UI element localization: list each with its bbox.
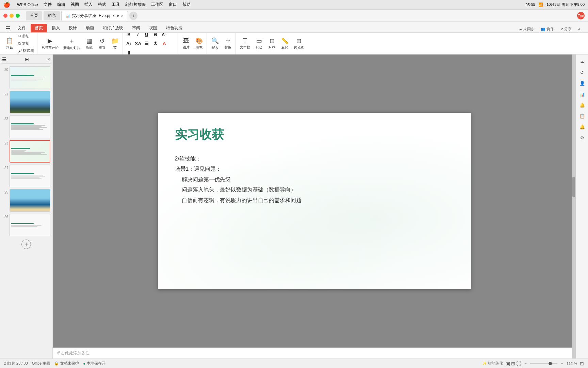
slide-thumb-22[interactable]: 22	[1, 115, 51, 139]
menu-slideshow[interactable]: 幻灯片放映	[125, 2, 146, 7]
section-button[interactable]: 📁 节	[109, 34, 121, 53]
ribbon-slideshow[interactable]: 幻灯片放映	[99, 24, 127, 32]
menu-window[interactable]: 窗口	[169, 2, 177, 7]
menu-format[interactable]: 格式	[98, 2, 106, 7]
ribbon-insert[interactable]: 插入	[48, 24, 64, 32]
slide-panel[interactable]: ☰ ⊞ ✕ 20	[0, 55, 53, 358]
format-brush-button[interactable]: 🖌 格式刷	[16, 47, 36, 54]
scrollbar-thumb[interactable]	[572, 177, 575, 197]
view-mode-buttons[interactable]: ▣ ⊞ ⛶	[506, 361, 521, 366]
bold-button[interactable]: B	[125, 31, 133, 39]
right-panel-btn-5[interactable]: 🔔	[577, 100, 587, 110]
menu-workspace[interactable]: 工作区	[151, 2, 163, 7]
fontsize-up-button[interactable]: A↑	[160, 31, 168, 39]
right-panel-btn-7[interactable]: 🔔	[577, 122, 587, 132]
align-button[interactable]: ⊡ 对齐	[266, 34, 278, 53]
right-panel-btn-1[interactable]: ☁	[577, 57, 587, 66]
slide-img-23[interactable]	[10, 140, 50, 163]
ribbon-animation[interactable]: 动画	[82, 24, 98, 32]
slide-title[interactable]: 实习收获	[175, 126, 224, 143]
slide-thumb-20[interactable]: 20	[1, 66, 51, 90]
view-fullscreen[interactable]: ⛶	[516, 361, 521, 366]
menu-file[interactable]: 文件	[44, 2, 52, 7]
start-present-button[interactable]: ▶ 从当前开始	[39, 34, 61, 53]
new-tab-button[interactable]: +	[129, 12, 137, 20]
ribbon-design[interactable]: 设计	[65, 24, 81, 32]
apple-logo[interactable]: 🍎	[3, 1, 10, 8]
menu-tools[interactable]: 工具	[112, 2, 120, 7]
right-panel-btn-3[interactable]: 👤	[577, 78, 587, 88]
menu-help[interactable]: 帮助	[182, 2, 191, 7]
fontsize-down-button[interactable]: A↓	[125, 40, 133, 48]
right-panel-btn-4[interactable]: 📊	[577, 89, 587, 99]
fullscreen-button[interactable]	[16, 14, 20, 18]
slide-thumb-26[interactable]: 26	[1, 213, 51, 237]
replace-button[interactable]: ↔ 替换	[222, 34, 234, 53]
add-slide-button[interactable]: +	[21, 240, 31, 249]
search-button[interactable]: 🔍 搜索	[209, 34, 221, 53]
selectall-button[interactable]: ⊞ 选择格	[292, 34, 306, 53]
beautify-button[interactable]: ✨ 智能美化	[482, 361, 503, 366]
notes-area[interactable]: 单击此处添加备注	[53, 348, 576, 358]
slide-content[interactable]: 2/软技能： 场景1：遇见问题： 解决问题第一优先级 问题落入笔头，最好以数据为…	[175, 154, 301, 205]
italic-button[interactable]: I	[134, 31, 142, 39]
reset-button[interactable]: ↺ 重置	[96, 34, 108, 53]
slide-img-25[interactable]	[10, 189, 50, 212]
slide-img-22[interactable]	[10, 116, 50, 138]
menu-edit[interactable]: 编辑	[57, 2, 65, 7]
tab-close-button[interactable]: ✕	[121, 14, 124, 18]
ribbon-file[interactable]: 文件	[14, 24, 30, 32]
zoom-out-button[interactable]: －	[524, 361, 527, 366]
strike-button[interactable]: S	[151, 31, 160, 39]
slide-thumb-23[interactable]: 23	[1, 139, 51, 163]
numberedlist-button[interactable]: ①	[151, 40, 160, 48]
fill-button[interactable]: 🎨 填充	[193, 34, 205, 53]
slide-canvas[interactable]: 实习收获 2/软技能： 场景1：遇见问题： 解决问题第一优先级 问题落入笔头，最…	[158, 113, 471, 289]
right-panel-btn-6[interactable]: 📋	[577, 111, 587, 121]
minimize-button[interactable]	[10, 14, 14, 18]
right-panel-btn-2[interactable]: ↺	[577, 67, 587, 77]
layout-button[interactable]: ▦ 版式	[83, 34, 95, 53]
textbox-button[interactable]: T 文本框	[238, 34, 252, 53]
paste-button[interactable]: 📋 粘贴	[3, 34, 16, 53]
cut-button[interactable]: ✂ 剪切	[16, 33, 36, 40]
copy-button[interactable]: ⧉ 复制	[16, 40, 36, 47]
new-slide-button[interactable]: ＋ 新建幻灯片	[61, 34, 82, 53]
panel-list-view[interactable]: ☰	[2, 57, 6, 62]
tab-template[interactable]: 稻光	[44, 11, 60, 20]
zoom-in-button[interactable]: ＋	[560, 361, 564, 366]
close-button[interactable]	[3, 14, 7, 18]
slide-img-24[interactable]	[10, 165, 50, 187]
image-button[interactable]: 🖼 图片	[180, 34, 192, 53]
ribbon-collapse[interactable]: ☰	[3, 25, 13, 32]
ribbon-home[interactable]: 首页	[31, 24, 47, 32]
collapse-ribbon[interactable]: ∧	[576, 26, 583, 32]
slide-canvas-wrap[interactable]: 实习收获 2/软技能： 场景1：遇见问题： 解决问题第一优先级 问题落入笔头，最…	[53, 55, 576, 348]
slide-thumb-24[interactable]: 24	[1, 164, 51, 188]
zoom-slider[interactable]	[530, 363, 557, 364]
clear-format-button[interactable]: ✕A	[134, 40, 142, 48]
slide-thumb-25[interactable]: 25	[1, 188, 51, 212]
underline-button[interactable]: U	[143, 31, 151, 39]
shape-button[interactable]: ▭ 形状	[253, 34, 265, 53]
slide-img-26[interactable]	[10, 214, 50, 236]
menu-insert[interactable]: 插入	[84, 2, 93, 7]
view-normal[interactable]: ▣	[506, 361, 510, 366]
canvas-scrollbar[interactable]	[572, 55, 576, 348]
panel-close[interactable]: ✕	[47, 57, 50, 62]
slide-img-21[interactable]	[10, 91, 50, 113]
slide-thumb-21[interactable]: 21	[1, 90, 51, 114]
tab-home[interactable]: 首页	[26, 11, 42, 20]
tab-file[interactable]: 📊 实习分享讲座- Eve.pptx ✕	[61, 11, 128, 20]
collab-button[interactable]: 👥 协作	[539, 26, 556, 32]
fit-screen-button[interactable]: ⊡	[580, 361, 584, 366]
color-button[interactable]: A	[160, 40, 168, 48]
menu-wps[interactable]: WPS Office	[17, 2, 38, 7]
ruler-button[interactable]: 📏 标尺	[279, 34, 291, 53]
view-grid[interactable]: ⊞	[511, 361, 515, 366]
right-panel-btn-8[interactable]: ⚙	[577, 133, 587, 142]
menu-view[interactable]: 视图	[71, 2, 79, 7]
slide-img-20[interactable]	[10, 66, 50, 89]
panel-grid-view[interactable]: ⊞	[25, 57, 29, 62]
list-button[interactable]: ☰	[143, 40, 151, 48]
